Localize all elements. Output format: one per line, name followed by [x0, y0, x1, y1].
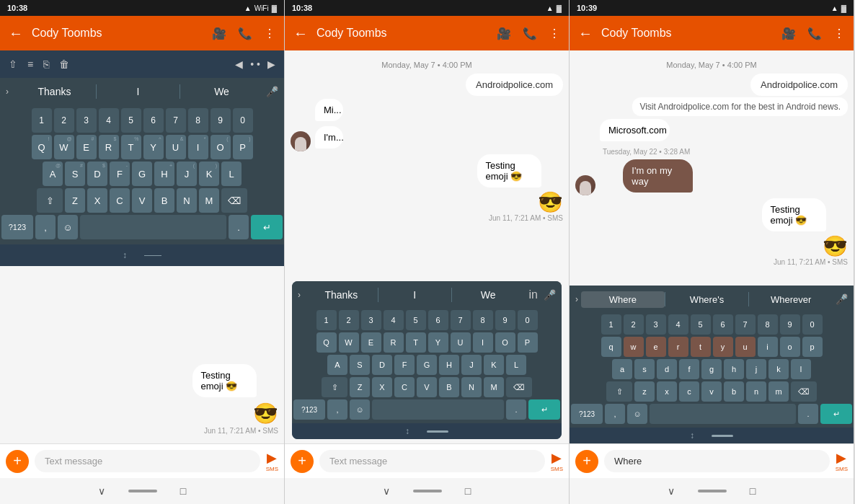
fkey-r[interactable]: R: [384, 332, 404, 353]
fkey-g[interactable]: G: [417, 355, 437, 375]
fkey-p[interactable]: P: [518, 332, 538, 353]
key-p[interactable]: P): [233, 135, 253, 159]
p3key-c[interactable]: c: [679, 381, 699, 402]
fkey-j[interactable]: J: [461, 355, 482, 375]
p3key-7[interactable]: 7: [735, 314, 756, 335]
fkey-a[interactable]: A: [327, 355, 347, 375]
p3key-g[interactable]: g: [701, 359, 722, 379]
key-r[interactable]: R$: [99, 135, 119, 159]
p3key-k[interactable]: k: [768, 359, 789, 379]
fkey-1[interactable]: 1: [316, 310, 337, 330]
key-comma[interactable]: ,: [35, 215, 56, 239]
p3key-d[interactable]: d: [657, 359, 677, 379]
fkey-v[interactable]: V: [417, 377, 437, 397]
fkey-m[interactable]: M: [484, 377, 504, 397]
text-message-input-3[interactable]: Where: [604, 450, 830, 472]
video-call-icon-2[interactable]: 🎥: [497, 27, 511, 40]
delete-toolbar-icon[interactable]: 🗑: [59, 58, 69, 70]
fkey-6[interactable]: 6: [428, 310, 448, 330]
fkey-5[interactable]: 5: [406, 310, 426, 330]
key-l[interactable]: L: [221, 162, 242, 186]
autocomplete-expand-3[interactable]: ›: [575, 294, 578, 304]
fkey-enter[interactable]: ↵: [528, 399, 560, 420]
phone-call-icon-2[interactable]: 📞: [523, 27, 537, 40]
key-o[interactable]: O(: [211, 135, 231, 159]
kb-back-icon[interactable]: ↕: [123, 250, 127, 260]
fkey-comma[interactable]: ,: [327, 399, 347, 420]
autocomplete-where[interactable]: Where: [581, 291, 665, 308]
p3key-comma[interactable]: ,: [605, 404, 625, 424]
fkey-f[interactable]: F: [394, 355, 415, 375]
key-e[interactable]: E#: [76, 135, 97, 159]
key-7[interactable]: 7: [166, 108, 186, 133]
p3key-2[interactable]: 2: [624, 314, 644, 335]
fkey-8[interactable]: 8: [473, 310, 493, 330]
send-button-3[interactable]: ▶ SMS: [836, 450, 848, 472]
p3key-v[interactable]: v: [701, 381, 722, 402]
p3key-r[interactable]: r: [668, 337, 688, 357]
key-w[interactable]: W@: [54, 135, 74, 159]
fkey-z[interactable]: Z: [350, 377, 370, 397]
nav-back-button-1[interactable]: ∨: [98, 485, 105, 497]
p3key-e[interactable]: e: [646, 337, 666, 357]
text-message-input-2[interactable]: Text message: [319, 450, 545, 472]
key-u[interactable]: U&: [166, 135, 186, 159]
fkey-3[interactable]: 3: [361, 310, 381, 330]
suggestion-mic-1[interactable]: 🎤: [266, 86, 278, 97]
p3key-a[interactable]: a: [612, 359, 632, 379]
key-9[interactable]: 9: [211, 108, 231, 133]
fkey-t[interactable]: T: [406, 332, 426, 353]
clipboard-toolbar-icon[interactable]: ⎘: [43, 58, 49, 70]
floating-suggestion-i[interactable]: I: [381, 286, 448, 304]
fkey-b[interactable]: B: [439, 377, 459, 397]
autocomplete-mic-3[interactable]: 🎤: [836, 293, 848, 305]
fkey-space[interactable]: [372, 399, 504, 420]
phone-call-icon-3[interactable]: 📞: [807, 27, 822, 40]
p3key-emoji[interactable]: ☺: [627, 404, 647, 424]
p3key-6[interactable]: 6: [713, 314, 733, 335]
more-options-icon-1[interactable]: ⋮: [264, 27, 275, 40]
key-q[interactable]: Q!: [32, 135, 52, 159]
add-attachment-button-2[interactable]: +: [291, 450, 314, 473]
key-4[interactable]: 4: [99, 108, 119, 133]
nav-back-button-2[interactable]: ∨: [383, 485, 390, 497]
p3key-l[interactable]: l: [791, 359, 811, 379]
key-8[interactable]: 8: [188, 108, 208, 133]
fkey-y[interactable]: Y: [428, 332, 448, 353]
key-i[interactable]: I*: [188, 135, 208, 159]
add-attachment-button-1[interactable]: +: [6, 450, 29, 473]
more-options-icon-2[interactable]: ⋮: [549, 27, 560, 40]
key-k[interactable]: K): [199, 162, 219, 186]
key-2[interactable]: 2: [54, 108, 74, 133]
p3key-period[interactable]: .: [798, 404, 818, 424]
floating-mic-2[interactable]: 🎤: [544, 289, 556, 301]
suggestions-expand-1[interactable]: ›: [6, 87, 9, 97]
key-f[interactable]: F-: [110, 162, 130, 186]
fkey-9[interactable]: 9: [495, 310, 515, 330]
fkey-123[interactable]: ?123: [293, 399, 325, 420]
key-123[interactable]: ?123: [1, 215, 33, 239]
p3key-f[interactable]: f: [679, 359, 699, 379]
key-space[interactable]: [80, 215, 226, 239]
key-c[interactable]: C: [110, 188, 130, 213]
kb3-nav-icon[interactable]: ↕: [690, 430, 694, 441]
p3key-3[interactable]: 3: [646, 314, 666, 335]
p3key-s[interactable]: s: [634, 359, 655, 379]
fkey-7[interactable]: 7: [451, 310, 471, 330]
key-n[interactable]: N: [177, 188, 197, 213]
suggestion-thanks[interactable]: Thanks: [16, 83, 93, 100]
suggestion-we[interactable]: We: [183, 83, 260, 100]
nav-home-button-3[interactable]: [698, 490, 727, 492]
add-attachment-button-3[interactable]: +: [575, 450, 598, 473]
p3key-9[interactable]: 9: [780, 314, 800, 335]
autocomplete-wheres[interactable]: Where's: [665, 291, 749, 308]
nav-recent-button-3[interactable]: □: [750, 485, 756, 497]
fkey-n[interactable]: N: [461, 377, 482, 397]
autocomplete-wherever[interactable]: Wherever: [749, 291, 833, 308]
fkey-o[interactable]: O: [495, 332, 515, 353]
fkey-e[interactable]: E: [361, 332, 381, 353]
fkey-0[interactable]: 0: [518, 310, 538, 330]
key-backspace-1[interactable]: ⌫: [221, 188, 247, 213]
fkey-u[interactable]: U: [451, 332, 471, 353]
key-b[interactable]: B: [154, 188, 174, 213]
